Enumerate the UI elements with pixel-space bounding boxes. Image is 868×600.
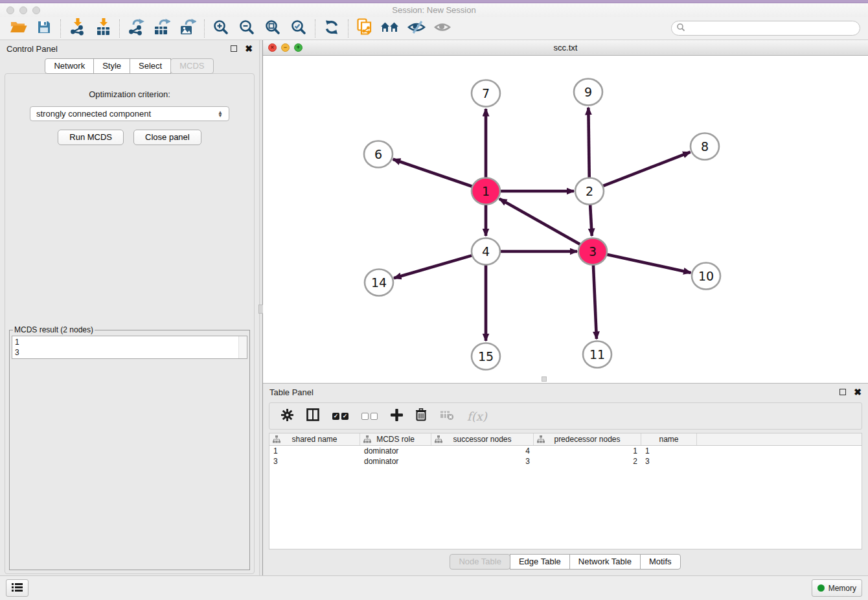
zoom-fit-button[interactable]	[260, 18, 286, 39]
add-row-button[interactable]	[391, 409, 403, 424]
window-controls[interactable]	[6, 6, 40, 14]
show-graphics-details-button[interactable]	[429, 18, 455, 39]
table-cell[interactable]: 1	[269, 446, 360, 456]
function-builder-button[interactable]: f(x)	[467, 410, 487, 423]
ndex-home-button[interactable]	[378, 18, 404, 39]
import-network-icon	[69, 18, 86, 38]
node-15[interactable]: 15	[472, 343, 500, 370]
save-session-button[interactable]	[31, 18, 57, 39]
table-cell[interactable]: 3	[431, 456, 534, 467]
network-window-controls[interactable]: × − +	[268, 43, 303, 52]
node-9[interactable]: 9	[574, 79, 602, 106]
network-canvas[interactable]: 7968124314101511	[263, 56, 868, 383]
toolbar-separator	[315, 19, 315, 38]
node-4[interactable]: 4	[472, 238, 500, 265]
column-header-shared-name[interactable]: shared name	[269, 433, 360, 445]
table-cell[interactable]: 4	[431, 446, 534, 456]
node-14[interactable]: 14	[365, 270, 393, 296]
memory-label: Memory	[828, 584, 856, 593]
zoom-selected-icon	[291, 19, 306, 38]
node-2[interactable]: 2	[575, 178, 604, 205]
network-minimize-button[interactable]: −	[281, 43, 290, 52]
optimization-criterion-label: Optimization criterion:	[89, 89, 170, 99]
table-cell[interactable]: dominator	[360, 446, 431, 456]
network-from-selection-button[interactable]	[352, 18, 378, 39]
table-cell[interactable]: 2	[534, 456, 641, 467]
show-panels-button[interactable]	[6, 579, 29, 597]
close-panel-button[interactable]: Close panel	[133, 130, 201, 145]
column-header-name[interactable]: name	[641, 433, 697, 445]
table-row[interactable]: 3dominator323	[269, 456, 862, 467]
import-table-button[interactable]	[90, 18, 116, 39]
search-field[interactable]	[671, 21, 860, 36]
minimize-window-button[interactable]	[19, 6, 27, 14]
open-file-button[interactable]	[5, 18, 31, 39]
node-7[interactable]: 7	[472, 80, 500, 107]
close-table-panel-icon[interactable]: ✖	[854, 387, 862, 397]
edge-3-1[interactable]	[499, 199, 582, 245]
table-row[interactable]: 1dominator411	[269, 446, 862, 456]
zoom-selected-button[interactable]	[286, 18, 312, 39]
memory-button[interactable]: Memory	[812, 579, 862, 597]
table-tab-node-table[interactable]: Node Table	[450, 554, 510, 570]
tab-select[interactable]: Select	[130, 58, 171, 74]
export-image-button[interactable]	[175, 18, 201, 39]
select-all-button[interactable]: ✓ ✓	[332, 413, 348, 420]
table-cell[interactable]: 3	[269, 456, 360, 467]
show-columns-button[interactable]	[306, 408, 319, 424]
export-network-button[interactable]	[123, 18, 149, 39]
table-settings-button[interactable]	[281, 409, 293, 424]
table-cell[interactable]: 3	[641, 456, 697, 467]
hide-graphics-details-button[interactable]	[404, 18, 429, 39]
criterion-dropdown[interactable]: strongly connected component ▲▼	[30, 106, 229, 121]
refresh-button[interactable]	[319, 18, 345, 39]
edge-2-8[interactable]	[602, 152, 691, 187]
edge-2-3[interactable]	[590, 204, 592, 236]
deselect-all-button[interactable]	[361, 413, 378, 420]
node-1[interactable]: 1	[472, 178, 500, 205]
zoom-window-button[interactable]	[32, 6, 40, 14]
mcds-result-text[interactable]: 13	[12, 336, 247, 359]
node-10[interactable]: 10	[692, 263, 720, 290]
node-11[interactable]: 11	[583, 341, 611, 368]
column-header-MCDS-role[interactable]: MCDS role	[360, 433, 431, 445]
tab-network[interactable]: Network	[45, 58, 94, 74]
zoom-in-button[interactable]	[208, 18, 234, 39]
search-input[interactable]	[685, 24, 855, 33]
result-scrollbar[interactable]	[238, 336, 247, 358]
table-tab-network-table[interactable]: Network Table	[569, 554, 641, 570]
float-table-panel-icon[interactable]	[839, 389, 846, 395]
tab-style[interactable]: Style	[93, 58, 130, 74]
canvas-resize-handle[interactable]	[542, 376, 547, 382]
node-8[interactable]: 8	[691, 133, 719, 160]
table-cell[interactable]: dominator	[360, 456, 431, 467]
edge-3-10[interactable]	[606, 254, 691, 273]
criterion-value: strongly connected component	[36, 109, 218, 119]
table-tab-motifs[interactable]: Motifs	[640, 554, 681, 570]
run-mcds-button[interactable]: Run MCDS	[58, 130, 124, 145]
zoom-out-button[interactable]	[234, 18, 260, 39]
import-network-button[interactable]	[64, 18, 90, 39]
edge-4-14[interactable]	[394, 255, 474, 279]
column-header-predecessor-nodes[interactable]: predecessor nodes	[534, 433, 641, 445]
delete-table-button[interactable]	[440, 410, 454, 423]
table-cell[interactable]: 1	[641, 446, 697, 456]
node-6[interactable]: 6	[364, 141, 393, 168]
float-panel-icon[interactable]	[231, 45, 237, 52]
edge-2-9[interactable]	[588, 108, 589, 178]
edge-1-6[interactable]	[393, 159, 474, 187]
delete-row-button[interactable]	[416, 408, 427, 424]
export-table-button[interactable]	[149, 18, 175, 39]
plus-icon	[391, 409, 403, 424]
close-window-button[interactable]	[6, 6, 14, 14]
table-tab-edge-table[interactable]: Edge Table	[510, 554, 570, 570]
edge-3-11[interactable]	[593, 264, 597, 339]
tab-mcds[interactable]: MCDS	[170, 58, 213, 74]
network-close-button[interactable]: ×	[268, 43, 277, 52]
node-3[interactable]: 3	[578, 238, 607, 265]
network-maximize-button[interactable]: +	[294, 43, 303, 52]
network-graph[interactable]: 7968124314101511	[263, 56, 868, 383]
table-cell[interactable]: 1	[534, 446, 641, 456]
close-panel-icon[interactable]: ✖	[245, 44, 253, 53]
column-header-successor-nodes[interactable]: successor nodes	[431, 433, 534, 445]
